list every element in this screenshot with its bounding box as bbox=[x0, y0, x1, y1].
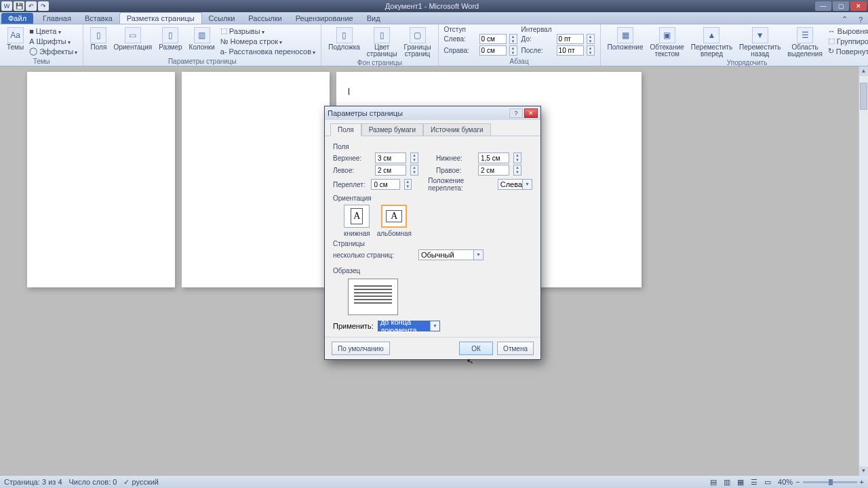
minimize-button[interactable]: — bbox=[815, 1, 831, 11]
group-page-setup: ▯Поля ▭Ориентация ▯Размер ▥Колонки ⬚Разр… bbox=[83, 24, 321, 66]
tab-view[interactable]: Вид bbox=[360, 13, 387, 24]
indent-right-input[interactable]: 0 см bbox=[479, 45, 507, 56]
dialog-tab-source[interactable]: Источник бумаги bbox=[423, 123, 491, 136]
spacing-after-spinner[interactable]: ▲▼ bbox=[587, 45, 595, 56]
group-button[interactable]: ⬚Группировать bbox=[828, 36, 868, 46]
page-2[interactable] bbox=[182, 72, 330, 287]
margin-left-spinner[interactable]: ▲▼ bbox=[410, 165, 418, 176]
send-backward-button[interactable]: ▼Переместить назад bbox=[738, 26, 782, 59]
columns-button[interactable]: ▥Колонки bbox=[188, 26, 216, 52]
status-page[interactable]: Страница: 3 из 4 bbox=[4, 478, 62, 486]
tab-file[interactable]: Файл bbox=[1, 13, 33, 24]
bring-forward-button[interactable]: ▲Переместить вперед bbox=[690, 26, 734, 59]
margins-icon: ▯ bbox=[90, 27, 106, 43]
scroll-up-icon[interactable]: ▲ bbox=[859, 66, 868, 76]
ribbon-tabs: Файл Главная Вставка Разметка страницы С… bbox=[0, 12, 868, 24]
tab-review[interactable]: Рецензирование bbox=[289, 13, 360, 24]
tab-mailings[interactable]: Рассылки bbox=[241, 13, 288, 24]
zoom-out-icon[interactable]: − bbox=[795, 478, 800, 486]
orientation-button[interactable]: ▭Ориентация bbox=[112, 26, 153, 52]
view-print-layout-icon[interactable]: ▤ bbox=[710, 478, 717, 487]
group-themes: Aa Темы ■Цвета AШрифты ◯Эффекты Темы bbox=[0, 24, 83, 66]
spacing-before-spinner[interactable]: ▲▼ bbox=[587, 34, 595, 44]
zoom-slider[interactable] bbox=[803, 481, 857, 483]
gutter-spinner[interactable]: ▲▼ bbox=[404, 179, 412, 190]
margin-left-input[interactable]: 2 см bbox=[375, 165, 406, 176]
tab-home[interactable]: Главная bbox=[36, 13, 78, 24]
ok-button[interactable]: ОК bbox=[459, 342, 493, 355]
default-button[interactable]: По умолчанию bbox=[332, 342, 390, 355]
theme-effects[interactable]: ◯Эффекты bbox=[29, 46, 77, 56]
dialog-close-icon[interactable]: ✕ bbox=[524, 108, 538, 118]
undo-icon[interactable]: ↶ bbox=[26, 1, 37, 11]
gutter-position-select[interactable]: Слева▼ bbox=[498, 179, 532, 190]
redo-icon[interactable]: ↷ bbox=[38, 1, 49, 11]
position-button[interactable]: ▦Положение bbox=[606, 26, 645, 52]
indent-right-spinner[interactable]: ▲▼ bbox=[509, 45, 517, 56]
selection-pane-button[interactable]: ☰Область выделения bbox=[786, 26, 823, 59]
view-web-icon[interactable]: ▦ bbox=[737, 478, 744, 487]
margin-bottom-spinner[interactable]: ▲▼ bbox=[513, 152, 521, 163]
margin-top-spinner[interactable]: ▲▼ bbox=[410, 152, 418, 163]
cancel-button[interactable]: Отмена bbox=[497, 342, 534, 355]
app-icon[interactable]: W bbox=[1, 1, 12, 11]
close-button[interactable]: ✕ bbox=[850, 1, 867, 11]
hyphenation-button[interactable]: a-Расстановка переносов bbox=[220, 46, 316, 56]
rotate-button[interactable]: ↻Повернуть bbox=[828, 46, 868, 56]
tab-insert[interactable]: Вставка bbox=[78, 13, 119, 24]
themes-button[interactable]: Aa Темы bbox=[5, 26, 25, 52]
page-color-button[interactable]: ▯Цвет страницы bbox=[366, 26, 399, 59]
minimize-ribbon-icon[interactable]: ⌃ bbox=[836, 15, 853, 24]
page-borders-button[interactable]: ▢Границы страниц bbox=[403, 26, 433, 59]
margin-bottom-input[interactable]: 1,5 см bbox=[478, 152, 509, 163]
scroll-thumb[interactable] bbox=[860, 83, 867, 110]
status-words[interactable]: Число слов: 0 bbox=[69, 478, 117, 486]
indent-left-input[interactable]: 0 см bbox=[479, 34, 507, 44]
tab-references[interactable]: Ссылки bbox=[202, 13, 242, 24]
help-icon[interactable]: ? bbox=[853, 16, 868, 24]
margins-button[interactable]: ▯Поля bbox=[89, 26, 108, 52]
orientation-portrait[interactable]: A книжная bbox=[344, 205, 370, 237]
view-outline-icon[interactable]: ☰ bbox=[751, 478, 757, 487]
tab-page-layout[interactable]: Разметка страницы bbox=[119, 12, 202, 24]
spacing-before-input[interactable]: 0 пт bbox=[557, 34, 584, 44]
size-button[interactable]: ▯Размер bbox=[157, 26, 183, 52]
dialog-tab-paper[interactable]: Размер бумаги bbox=[361, 123, 423, 136]
watermark-button[interactable]: ▯Подложка bbox=[327, 26, 361, 52]
orientation-landscape[interactable]: A альбомная bbox=[377, 205, 412, 237]
status-language[interactable]: ✓ русский bbox=[123, 478, 159, 487]
apply-to-select[interactable]: до конца документа▼ bbox=[378, 321, 440, 331]
indent-left-spinner[interactable]: ▲▼ bbox=[509, 34, 517, 44]
view-reading-icon[interactable]: ▥ bbox=[724, 478, 730, 487]
margin-right-spinner[interactable]: ▲▼ bbox=[513, 165, 521, 176]
dialog-titlebar[interactable]: Параметры страницы ? ✕ bbox=[325, 106, 540, 120]
wrap-text-button[interactable]: ▣Обтекание текстом bbox=[648, 26, 685, 59]
dialog-help-icon[interactable]: ? bbox=[509, 108, 523, 118]
view-draft-icon[interactable]: ▭ bbox=[764, 478, 771, 487]
spacing-after-input[interactable]: 10 пт bbox=[557, 45, 584, 56]
selection-icon: ☰ bbox=[797, 27, 813, 43]
multiple-pages-select[interactable]: Обычный▼ bbox=[418, 249, 484, 260]
line-numbers-button[interactable]: №Номера строк bbox=[220, 36, 316, 46]
gutter-input[interactable]: 0 см bbox=[371, 179, 399, 190]
dialog-tab-margins[interactable]: Поля bbox=[330, 123, 361, 136]
zoom-level[interactable]: 40% bbox=[778, 478, 793, 486]
themes-icon: Aa bbox=[7, 27, 24, 43]
forward-icon: ▲ bbox=[703, 27, 719, 43]
save-icon[interactable]: 💾 bbox=[14, 1, 24, 11]
align-button[interactable]: ↔Выровнять bbox=[828, 26, 868, 36]
quick-access-toolbar: W 💾 ↶ ↷ bbox=[1, 1, 49, 11]
scroll-down-icon[interactable]: ▼ bbox=[859, 466, 868, 476]
page-preview bbox=[348, 279, 398, 315]
zoom-in-icon[interactable]: + bbox=[860, 478, 864, 486]
maximize-button[interactable]: ▢ bbox=[833, 1, 849, 11]
margin-right-input[interactable]: 2 см bbox=[478, 165, 509, 176]
breaks-button[interactable]: ⬚Разрывы bbox=[220, 26, 316, 36]
margin-top-input[interactable]: 3 см bbox=[375, 152, 406, 163]
page-1[interactable] bbox=[27, 72, 175, 287]
theme-colors[interactable]: ■Цвета bbox=[29, 26, 77, 36]
watermark-icon: ▯ bbox=[336, 27, 353, 43]
vertical-scrollbar[interactable]: ▲ ▼ bbox=[859, 66, 868, 476]
zoom-control[interactable]: 40% − + bbox=[778, 478, 864, 486]
theme-fonts[interactable]: AШрифты bbox=[29, 36, 77, 46]
